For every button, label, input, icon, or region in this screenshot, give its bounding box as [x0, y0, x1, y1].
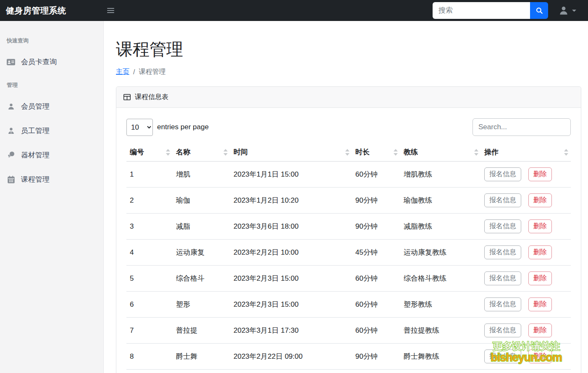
sidebar-item-staff-management[interactable]: 员工管理 — [7, 126, 93, 136]
cell-name: 杠铃操 — [173, 370, 230, 373]
sort-icons — [223, 149, 228, 156]
cell-time: 2023年1月2日 10:20 — [230, 188, 352, 214]
delete-button[interactable]: 删除 — [528, 219, 552, 233]
cell-name: 普拉提 — [173, 318, 230, 344]
sidebar-item-label: 器材管理 — [21, 150, 50, 160]
delete-button[interactable]: 删除 — [528, 323, 552, 337]
cell-coach: 塑形教练 — [400, 292, 481, 318]
navbar-search-button[interactable] — [530, 2, 548, 19]
sort-icons — [166, 149, 170, 156]
sidebar-item-member-management[interactable]: 会员管理 — [7, 102, 93, 111]
signup-info-button[interactable]: 报名信息 — [484, 271, 521, 285]
sidebar-toggle-button[interactable] — [105, 5, 117, 16]
sort-icons — [474, 149, 478, 156]
signup-info-button[interactable]: 报名信息 — [484, 219, 521, 233]
entries-per-page: 10 entries per page — [126, 119, 209, 136]
card-header: 课程信息表 — [116, 87, 581, 108]
table-row: 3 减脂 2023年3月6日 18:00 90分钟 减脂教练 报名信息 删除 — [126, 214, 571, 240]
cell-duration: 60分钟 — [352, 266, 400, 292]
course-table: 编号 名称 时间 时长 — [126, 143, 571, 373]
column-header-duration[interactable]: 时长 — [352, 143, 400, 162]
sort-icons — [564, 149, 568, 156]
cell-actions: 报名信息 删除 — [481, 214, 571, 240]
card-header-title: 课程信息表 — [135, 93, 168, 102]
cell-actions: 报名信息 删除 — [481, 370, 571, 373]
table-row: 4 运动康复 2023年2月2日 10:00 45分钟 运动康复教练 报名信息 … — [126, 240, 571, 266]
card-body: 10 entries per page 编号 — [116, 108, 581, 373]
course-table-card: 课程信息表 10 entries per page — [116, 86, 581, 373]
column-header-actions[interactable]: 操作 — [481, 143, 571, 162]
sidebar-item-equipment-management[interactable]: 器材管理 — [7, 150, 93, 160]
sidebar-item-label: 员工管理 — [21, 126, 50, 136]
cell-id: 9 — [126, 370, 173, 373]
delete-button[interactable]: 删除 — [528, 167, 552, 181]
signup-info-button[interactable]: 报名信息 — [484, 167, 521, 181]
column-header-id[interactable]: 编号 — [126, 143, 173, 162]
sidebar-item-member-card-query[interactable]: 会员卡查询 — [7, 57, 93, 67]
cell-coach: 瑜伽教练 — [400, 188, 481, 214]
sort-icons — [394, 149, 398, 156]
cell-coach: 普拉提教练 — [400, 318, 481, 344]
signup-info-button[interactable]: 报名信息 — [484, 323, 521, 337]
signup-info-button[interactable]: 报名信息 — [484, 193, 521, 207]
table-row: 2 瑜伽 2023年1月2日 10:20 90分钟 瑜伽教练 报名信息 删除 — [126, 188, 571, 214]
cell-time: 2023年1月1日 15:00 — [230, 162, 352, 188]
main-content: 课程管理 主页 / 课程管理 课程信息表 — [104, 21, 588, 373]
cell-id: 3 — [126, 214, 173, 240]
delete-button[interactable]: 删除 — [528, 297, 552, 311]
delete-button[interactable]: 删除 — [528, 350, 552, 363]
delete-button[interactable]: 删除 — [528, 271, 552, 285]
table-row: 7 普拉提 2023年3月1日 17:30 60分钟 普拉提教练 报名信息 删除 — [126, 318, 571, 344]
breadcrumb-separator: / — [133, 68, 135, 76]
cell-coach: 增肌教练 — [400, 162, 481, 188]
cell-duration: 45分钟 — [352, 240, 400, 266]
navbar-search-input[interactable] — [433, 2, 530, 19]
cell-actions: 报名信息 删除 — [481, 240, 571, 266]
cell-name: 综合格斗 — [173, 266, 230, 292]
cell-time: 2023年2月22日 09:00 — [230, 344, 352, 370]
table-row: 1 增肌 2023年1月1日 15:00 60分钟 增肌教练 报名信息 删除 — [126, 162, 571, 188]
breadcrumb-home-link[interactable]: 主页 — [116, 68, 129, 76]
column-header-coach[interactable]: 教练 — [400, 143, 481, 162]
delete-button[interactable]: 删除 — [528, 245, 552, 259]
cell-id: 8 — [126, 344, 173, 370]
signup-info-button[interactable]: 报名信息 — [484, 245, 521, 259]
cell-coach: 减脂教练 — [400, 214, 481, 240]
sidebar-item-course-management[interactable]: 课程管理 — [7, 175, 93, 184]
cell-time: 2023年2月3日 15:00 — [230, 292, 352, 318]
cell-coach: 爵士舞教练 — [400, 344, 481, 370]
signup-info-button[interactable]: 报名信息 — [484, 350, 521, 363]
cell-id: 5 — [126, 266, 173, 292]
column-header-name[interactable]: 名称 — [173, 143, 230, 162]
sidebar-item-label: 会员管理 — [21, 102, 50, 111]
table-row: 9 杠铃操 2023年2月4日 15:00 60分钟 杠铃操教练 报名信息 删除 — [126, 370, 571, 373]
cell-actions: 报名信息 删除 — [481, 266, 571, 292]
cell-duration: 60分钟 — [352, 162, 400, 188]
delete-button[interactable]: 删除 — [528, 193, 552, 207]
table-row: 6 塑形 2023年2月3日 15:00 60分钟 塑形教练 报名信息 删除 — [126, 292, 571, 318]
user-tie-icon — [7, 127, 15, 135]
table-search-input[interactable] — [472, 118, 571, 136]
sort-icons — [345, 149, 349, 156]
cell-name: 增肌 — [173, 162, 230, 188]
user-icon — [7, 103, 15, 110]
cell-coach: 综合格斗教练 — [400, 266, 481, 292]
cell-duration: 60分钟 — [352, 292, 400, 318]
cell-actions: 报名信息 删除 — [481, 188, 571, 214]
cell-actions: 报名信息 删除 — [481, 162, 571, 188]
column-header-time[interactable]: 时间 — [230, 143, 352, 162]
cell-time: 2023年2月4日 15:00 — [230, 370, 352, 373]
entries-select[interactable]: 10 — [126, 119, 153, 136]
table-tennis-icon — [7, 151, 15, 159]
cell-duration: 60分钟 — [352, 318, 400, 344]
signup-info-button[interactable]: 报名信息 — [484, 297, 521, 311]
course-table-body: 1 增肌 2023年1月1日 15:00 60分钟 增肌教练 报名信息 删除 2… — [126, 162, 571, 373]
table-icon — [123, 94, 131, 100]
breadcrumb: 主页 / 课程管理 — [116, 68, 581, 76]
cell-duration: 90分钟 — [352, 188, 400, 214]
user-dropdown[interactable] — [558, 5, 576, 16]
app-title: 健身房管理系统 — [0, 5, 104, 16]
cell-id: 6 — [126, 292, 173, 318]
sidebar-section-quick-query: 快速查询 — [7, 37, 93, 44]
sidebar: 快速查询 会员卡查询 管理 会员管理 — [0, 21, 104, 373]
